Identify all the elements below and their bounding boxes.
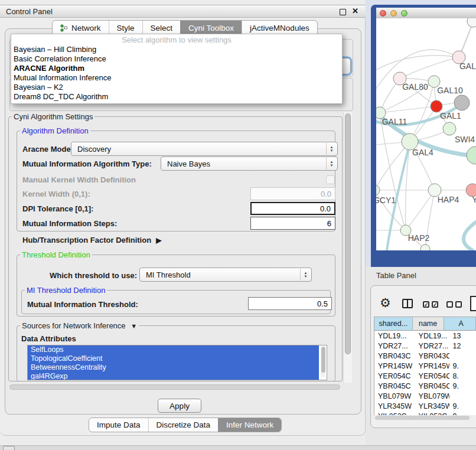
close-traffic-light[interactable]: [380, 10, 386, 17]
settings-vertical-scrollbar[interactable]: [343, 112, 352, 383]
network-edge: [380, 106, 436, 113]
table-cell[interactable]: [449, 391, 476, 401]
table-panel-title: Table Panel: [376, 271, 416, 280]
tab-label: Network: [71, 24, 101, 32]
network-node-gcy1[interactable]: [376, 185, 380, 195]
network-node[interactable]: [454, 95, 470, 110]
network-node[interactable]: [467, 146, 476, 164]
table-cell[interactable]: [449, 351, 476, 361]
algorithm-option[interactable]: Mutual Information Inference: [11, 73, 342, 83]
node-attribute-table: shared... name A YDL19...YDL19...13YDR27…: [374, 317, 476, 415]
table-row[interactable]: YER054CYER054C8.: [374, 371, 476, 381]
tab-infer-network[interactable]: Infer Network: [218, 418, 281, 432]
minimize-traffic-light[interactable]: [390, 10, 397, 17]
table-cell[interactable]: YIL052C: [374, 411, 416, 415]
dpi-tolerance-field[interactable]: [250, 202, 335, 215]
data-attribute-item[interactable]: TopologicalCoefficient: [28, 354, 319, 363]
sources-expander[interactable]: Sources for Network Inference ▼: [20, 321, 139, 330]
table-cell[interactable]: YDR27...: [374, 341, 416, 351]
status-strip: [0, 445, 476, 450]
float-window-icon[interactable]: [340, 9, 346, 15]
network-node-swi4[interactable]: [443, 122, 456, 135]
node-label: GAL1: [440, 111, 461, 120]
aracne-mode-select[interactable]: Discovery ▲▼: [71, 142, 338, 156]
data-attribute-item[interactable]: SelfLoops: [28, 345, 319, 354]
mi-threshold-field[interactable]: [248, 297, 332, 310]
table-row[interactable]: YPR145WYPR145W9.: [374, 361, 476, 371]
network-node[interactable]: [467, 18, 476, 27]
table-cell[interactable]: YIL052C: [416, 411, 449, 415]
table-row[interactable]: YBR045CYBR045C9.: [374, 381, 476, 391]
split-columns-icon[interactable]: [402, 299, 413, 308]
table-cell[interactable]: YER054C: [416, 371, 449, 381]
algorithm-option[interactable]: Bayesian – K2: [11, 83, 342, 92]
algorithm-option[interactable]: Bayesian – Hill Climbing: [11, 45, 342, 54]
table-cell[interactable]: 9: [449, 411, 476, 415]
node-label: HAP4: [438, 195, 459, 204]
table-cell[interactable]: YBR043C: [374, 351, 416, 361]
table-row[interactable]: YDR27...YDR27...12: [374, 341, 476, 351]
column-header-name[interactable]: name: [413, 317, 444, 331]
table-cell[interactable]: YLR345W: [416, 401, 449, 411]
zoom-traffic-light[interactable]: [401, 10, 407, 17]
table-cell[interactable]: YBR043C: [416, 351, 449, 361]
table-cell[interactable]: YPR145W: [416, 361, 449, 371]
list-vertical-scrollbar[interactable]: [321, 347, 325, 377]
data-attribute-item[interactable]: gal4RGexp: [28, 372, 319, 380]
table-cell[interactable]: YBR045C: [416, 381, 449, 391]
table-row[interactable]: YLR345WYLR345W9.: [374, 401, 476, 411]
network-window-titlebar[interactable]: [376, 8, 476, 19]
network-node-gal1[interactable]: [431, 100, 442, 112]
apply-button[interactable]: Apply: [158, 399, 201, 413]
table-cell[interactable]: 9.: [449, 361, 476, 371]
table-cell[interactable]: 9.: [449, 381, 476, 391]
network-canvas[interactable]: GALGAL80GAL10GAL1GAL11SWI4GAL4GCY1HAP4YH…: [376, 18, 476, 250]
corner-widget[interactable]: [3, 446, 15, 450]
tab-discretize-data[interactable]: Discretize Data: [148, 418, 219, 432]
manual-kernel-checkbox: [326, 175, 335, 184]
checked-checkbox-icon[interactable]: ✓: [432, 301, 438, 308]
table-cell[interactable]: YLR345W: [374, 401, 416, 411]
data-attribute-item[interactable]: BetweennessCentrality: [28, 363, 319, 372]
table-cell[interactable]: YBR045C: [374, 381, 416, 391]
data-attributes-list[interactable]: SelfLoopsTopologicalCoefficientBetweenne…: [27, 345, 327, 380]
settings-horizontal-scrollbar[interactable]: [8, 384, 343, 390]
table-cell[interactable]: YPR145W: [374, 361, 416, 371]
mi-algorithm-type-select[interactable]: Naive Bayes ▲▼: [161, 156, 338, 171]
hub-definition-expander[interactable]: Hub/Transcription Factor Definition▶: [22, 236, 161, 244]
table-cell[interactable]: YER054C: [374, 371, 416, 381]
control-panel-titlebar: Control Panel ✕: [0, 5, 366, 18]
table-horizontal-scrollbar[interactable]: [374, 415, 474, 420]
table-row[interactable]: YDL19...YDL19...13: [374, 331, 476, 341]
table-row[interactable]: YBL079WYBL079W: [374, 391, 476, 401]
table-cell[interactable]: 8.: [449, 371, 476, 381]
table-cell[interactable]: 9.: [449, 401, 476, 411]
checked-checkbox-icon[interactable]: ✓: [423, 301, 429, 308]
tab-impute-data[interactable]: Impute Data: [89, 418, 148, 432]
table-cell[interactable]: YDR27...: [416, 341, 449, 351]
mi-steps-field[interactable]: [250, 217, 335, 230]
document-icon[interactable]: [470, 296, 476, 311]
close-icon[interactable]: ✕: [352, 6, 358, 15]
column-header-clipped[interactable]: A: [444, 317, 476, 331]
gear-icon[interactable]: ⚙: [380, 295, 391, 311]
algorithm-option[interactable]: ARACNE Algorithm: [11, 64, 342, 73]
network-node[interactable]: [420, 244, 430, 250]
algorithm-option[interactable]: Dream8 DC_TDC Algorithm: [11, 92, 342, 102]
table-cell[interactable]: YBL079W: [416, 391, 449, 401]
unchecked-checkbox-icon[interactable]: [446, 301, 453, 308]
aracne-mode-label: Aracne Mode:: [22, 145, 73, 154]
kernel-width-label: Kernel Width (0,1):: [22, 190, 90, 198]
table-cell[interactable]: YDL19...: [416, 331, 449, 341]
table-row[interactable]: YIL052CYIL052C9: [374, 411, 476, 415]
table-cell[interactable]: 12: [449, 341, 476, 351]
table-cell[interactable]: YDL19...: [374, 331, 416, 341]
kernel-width-field: [250, 187, 335, 200]
column-header-shared-name[interactable]: shared...: [374, 317, 413, 331]
algorithm-option[interactable]: Basic Correlation Inference: [11, 54, 342, 64]
threshold-select[interactable]: MI Threshold ▲▼: [139, 268, 312, 282]
table-cell[interactable]: YBL079W: [374, 391, 416, 401]
unchecked-checkbox-icon[interactable]: [455, 301, 462, 308]
table-row[interactable]: YBR043CYBR043C: [374, 351, 476, 361]
table-cell[interactable]: 13: [449, 331, 476, 341]
